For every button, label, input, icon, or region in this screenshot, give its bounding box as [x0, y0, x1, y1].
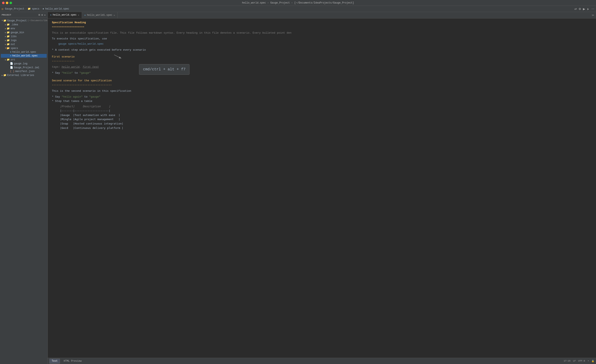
sidebar-item-gauge-project[interactable]: ▼ 📁 Gauge_Project (~/Documents/IdeaProje… [1, 19, 47, 23]
sidebar-header: Project ⊞ ⚙ ▸ [0, 12, 47, 18]
tree-label: hello_world.spec [12, 51, 36, 53]
spec-scenario2-ul-text: ------------------------------------- [52, 83, 112, 87]
spec-step1-param1: "hello" [62, 71, 73, 74]
spec-table-row4: |Gocd |Continuous delivery platform | [52, 126, 123, 129]
spec-step3-text: * Step that takes a table [52, 100, 92, 103]
nav-more-button[interactable]: ⋯ [591, 7, 594, 11]
sidebar-icon-settings[interactable]: ⚙ [41, 13, 43, 17]
minimize-button[interactable] [6, 2, 8, 4]
nav-settings-button[interactable]: ⚙ [579, 7, 581, 11]
breadcrumb-specs[interactable]: specs [32, 7, 39, 10]
tab-hello-world-spec[interactable]: ● hello_world.spec ✕ [48, 12, 82, 18]
sidebar-item-logs[interactable]: ▶ 📁 logs [1, 38, 47, 42]
tree-label: src [11, 58, 15, 61]
sidebar-item-manifest-json[interactable]: ▶ { } manifest.json [1, 69, 47, 73]
project-path: (~/Documents/IdeaProjects/Gauge_Proj... [28, 20, 48, 22]
nav-run-button[interactable]: ▶ [583, 7, 585, 11]
sidebar-header-title: Project [2, 14, 11, 16]
sidebar-item-specs[interactable]: ▼ 📂 specs [1, 46, 47, 50]
spec-step3-line: * Step that takes a table [52, 99, 592, 104]
bottom-tab-html-preview[interactable]: HTML Preview [62, 359, 84, 363]
spec-scenario1-text: First scenario [52, 55, 74, 58]
project-tree: ▼ 📁 Gauge_Project (~/Documents/IdeaProje… [0, 18, 47, 78]
nav-right-icons: ⇄ ⚙ ▶ ⏵ ⋯ [574, 7, 594, 11]
breadcrumb-file-icon: ● [43, 7, 44, 10]
breadcrumb-project[interactable]: Gauge_Project [5, 7, 24, 10]
tree-label: out [11, 43, 15, 46]
sidebar-item-env[interactable]: ▶ 📁 env [1, 27, 47, 30]
folder-icon: 📁 [7, 43, 10, 46]
sidebar-item-idea[interactable]: ▶ 📁 .idea [1, 23, 47, 27]
sidebar-item-hello-world-spec[interactable]: ▶ ● hello_world.spec [1, 50, 47, 54]
arrow-icon: ▶ [5, 59, 6, 61]
folder-icon: 📁 [7, 39, 10, 42]
arrow-icon: ▼ [2, 20, 3, 22]
sidebar-item-gauge-project-iml[interactable]: ▶ 📄 Gauge_Project.iml [1, 66, 47, 69]
tree-label: specs [11, 47, 18, 50]
spec-table-row3: |Snap |Hosted continuous integration| [52, 122, 123, 125]
spec-step1-to: to [73, 71, 79, 74]
spec-tags-line: tags: hello world, first_test [52, 65, 592, 69]
tab-label: hello_world1.spec [87, 14, 112, 17]
sidebar-item-hello-world1-spec[interactable]: ▶ ● hello_world1.spec [1, 54, 47, 58]
sidebar-item-libs[interactable]: ▶ 📁 libs [1, 34, 47, 38]
close-button[interactable] [2, 2, 5, 4]
spec-command-text: gauge specs/hello_world.spec [52, 42, 104, 45]
breadcrumb-file[interactable]: hello_world.spec [45, 7, 69, 10]
arrow-icon: ▼ [5, 47, 6, 49]
spec-scenario2-text: Second scenario for the specification [52, 79, 112, 82]
status-position: 17:15 [564, 360, 570, 362]
project-label: Gauge_Project [7, 19, 27, 22]
breadcrumb: Gauge_Project › 📁 specs › ● hello_world.… [5, 7, 69, 10]
status-separator: • [588, 360, 589, 362]
sidebar-item-src[interactable]: ▶ 📁 src [1, 58, 47, 62]
nav-bar: ▤ Gauge_Project › 📁 specs › ● hello_worl… [0, 6, 596, 12]
tab-hello-world1-spec[interactable]: ● hello_world1.spec ✕ [82, 12, 118, 18]
tab-dot-icon: ● [84, 14, 86, 16]
spec-scenario2-heading: Second scenario for the specification [52, 79, 592, 83]
spec-step1-line: * Say "hello" to "gauge" [52, 71, 592, 75]
tab-close-icon[interactable]: ✕ [113, 14, 115, 17]
spec-step2-param1: "hello again" [62, 95, 82, 98]
folder-icon: 📁 [7, 27, 10, 30]
sidebar-icon-collapse[interactable]: ▸ [44, 13, 46, 17]
spec-step2-to: to [82, 95, 89, 98]
bottom-tab-text[interactable]: Text [49, 359, 60, 364]
sidebar-header-icons: ⊞ ⚙ ▸ [39, 13, 46, 17]
sidebar-item-gauge-log[interactable]: ▶ 📄 gauge.log [1, 62, 47, 66]
title-bar: hello_world.spec - Gauge_Project - [~/Do… [0, 0, 596, 6]
spec-underline-text: ==================== [52, 25, 84, 29]
nav-sync-button[interactable]: ⇄ [574, 7, 577, 11]
sidebar-item-out[interactable]: ▶ 📁 out [1, 42, 47, 46]
folder-icon: 📁 [7, 58, 10, 61]
tab-close-icon[interactable]: ✕ [78, 14, 79, 16]
tab-spacer [118, 12, 590, 18]
spec-description: This is an executable specification file… [52, 31, 592, 35]
spec-tags-label: tags: [52, 65, 62, 68]
arrow-icon: ▶ [5, 35, 6, 38]
arrow-icon: ▶ [5, 39, 6, 42]
tree-label: Gauge_Project.iml [14, 66, 39, 69]
spec-table: |Product| Description | |-------|-------… [52, 104, 592, 130]
spec-step-star: * A context step which gets executed bef… [52, 48, 146, 52]
sidebar-item-external-libraries[interactable]: ▶ 📁 External Libraries [1, 73, 47, 77]
json-icon: { } [10, 70, 15, 73]
breadcrumb-folder-icon: 📁 [28, 7, 31, 10]
tree-label: gauge_bin [11, 31, 24, 34]
editor-content[interactable]: Specification Heading ==================… [48, 18, 596, 358]
tree-label: External Libraries [7, 74, 34, 77]
nav-debug-button[interactable]: ⏵ [587, 7, 590, 11]
sidebar-item-gauge-bin[interactable]: ▶ 📁 gauge_bin [1, 30, 47, 34]
nav-icon-folder: ▤ [2, 7, 3, 11]
tab-right-button[interactable]: ≫ [590, 12, 596, 18]
sidebar-icon-sync[interactable]: ⊞ [39, 13, 40, 17]
arrow-icon: ▶ [5, 27, 6, 30]
spec-execute-label: To execute this specification, use [52, 37, 592, 41]
spec-context-step: * A context step which gets executed bef… [52, 48, 592, 52]
spec-tags-comma: , [80, 65, 83, 68]
folder-icon: 📁 [7, 35, 10, 38]
maximize-button[interactable] [9, 2, 12, 4]
tab-dot-icon: ● [50, 14, 52, 16]
spec-step2-param2: "gauge" [89, 95, 100, 98]
editor-area: ● hello_world.spec ✕ ● hello_world1.spec… [48, 12, 596, 364]
